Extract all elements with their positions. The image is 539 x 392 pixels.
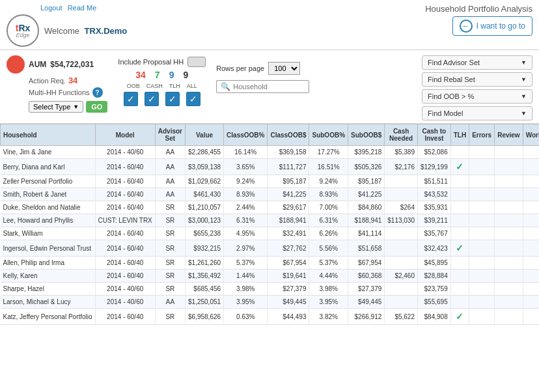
find-advisor-dropdown[interactable]: Find Advisor Set ▼ — [422, 55, 532, 70]
back-circle-icon: ← — [460, 20, 473, 33]
rows-per-page-select[interactable]: 100 50 25 — [268, 62, 300, 75]
col-model: Model — [95, 124, 155, 146]
table-cell — [469, 257, 495, 270]
table-cell — [469, 175, 495, 188]
table-cell — [469, 309, 495, 325]
select-type-dropdown[interactable]: Select Type ▼ — [29, 101, 83, 113]
table-cell: 5.56% — [309, 240, 348, 257]
table-cell — [495, 159, 523, 175]
table-cell: $27,379 — [348, 283, 385, 296]
table-cell: 2014 - 40/60 — [95, 283, 155, 296]
controls-bar: AUM $54,722,031 Action Req. 34 Multi-HH … — [0, 50, 539, 124]
table-row[interactable]: Ingersol, Edwin Personal Trust2014 - 60/… — [1, 240, 540, 257]
table-cell: 16.14% — [224, 146, 268, 159]
table-row[interactable]: Zeller Personal Portfolio2014 - 60/40AA$… — [1, 175, 540, 188]
table-cell — [495, 257, 523, 270]
checkboxes-row: ✓ ✓ ✓ ✓ — [124, 92, 200, 106]
help-icon[interactable]: ? — [92, 87, 103, 98]
table-row[interactable]: Sharpe, Hazel2014 - 40/60SR$685,4563.98%… — [1, 283, 540, 296]
go-button[interactable]: GO — [86, 101, 107, 113]
read-me-link[interactable]: Read Me — [68, 4, 97, 12]
table-row[interactable]: Larson, Michael & Lucy2014 - 40/60AA$1,2… — [1, 296, 540, 309]
table-cell: $60,368 — [348, 270, 385, 283]
table-cell: 8.93% — [224, 188, 268, 201]
table-cell: 2.44% — [224, 201, 268, 214]
table-cell: 3.95% — [224, 296, 268, 309]
table-cell: AA — [155, 296, 185, 309]
table-cell: SR — [155, 240, 185, 257]
table-cell: $55,695 — [417, 296, 450, 309]
table-cell: $45,895 — [417, 257, 450, 270]
table-cell: 2014 - 60/40 — [95, 188, 155, 201]
chevron-down-icon: ▼ — [521, 59, 527, 66]
table-row[interactable]: Berry, Diana and Karl2014 - 60/40AA$3,05… — [1, 159, 540, 175]
table-cell: 2014 - 60/40 — [95, 257, 155, 270]
table-cell: $6,958,626 — [186, 309, 224, 325]
household-search-input[interactable] — [233, 83, 305, 91]
col-tlh: TLH — [450, 124, 469, 146]
table-cell — [450, 257, 469, 270]
logout-link[interactable]: Logout — [40, 4, 62, 12]
table-cell: $655,238 — [186, 227, 224, 240]
oob-checkbox[interactable]: ✓ — [124, 92, 138, 106]
main-table: Household Model AdvisorSet Value ClassOO… — [0, 124, 539, 325]
table-cell — [385, 188, 418, 201]
table-cell — [495, 296, 523, 309]
table-cell: 8.93% — [309, 188, 348, 201]
table-cell — [450, 201, 469, 214]
table-cell — [495, 283, 523, 296]
table-cell: ✓ — [450, 159, 469, 175]
col-advisor-set: AdvisorSet — [155, 124, 185, 146]
table-cell — [469, 159, 495, 175]
table-cell: $95,187 — [268, 175, 309, 188]
tlh-checkbox[interactable]: ✓ — [165, 92, 180, 106]
col-cash-invest: Cash toInvest — [417, 124, 450, 146]
table-cell: 3.65% — [224, 159, 268, 175]
find-model-dropdown[interactable]: Find Model ▼ — [422, 106, 532, 120]
table-row[interactable]: Duke, Sheldon and Natalie2014 - 60/40SR$… — [1, 201, 540, 214]
table-cell: CUST: LEVIN TRX — [95, 214, 155, 227]
table-cell: Duke, Sheldon and Natalie — [1, 201, 96, 214]
table-cell: Berry, Diana and Karl — [1, 159, 96, 175]
col-value: Value — [186, 124, 224, 146]
chevron-down-icon: ▼ — [521, 76, 527, 83]
table-row[interactable]: Lee, Howard and PhyllisCUST: LEVIN TRXSR… — [1, 214, 540, 227]
table-row[interactable]: Smith, Robert & Janet2014 - 60/40AA$461,… — [1, 188, 540, 201]
table-cell — [469, 214, 495, 227]
table-row[interactable]: Kelly, Karen2014 - 60/40SR$1,356,4921.44… — [1, 270, 540, 283]
table-cell: $32,491 — [268, 227, 309, 240]
col-class-oob-d: ClassOOB$ — [268, 124, 309, 146]
table-cell — [469, 296, 495, 309]
all-checkbox[interactable]: ✓ — [186, 92, 200, 106]
aum-circle — [7, 55, 25, 74]
table-cell: SR — [155, 257, 185, 270]
table-cell: $111,727 — [268, 159, 309, 175]
table-cell — [385, 227, 418, 240]
table-cell: 9.24% — [224, 175, 268, 188]
table-cell: 2014 - 60/40 — [95, 201, 155, 214]
table-cell: SR — [155, 270, 185, 283]
header: Logout Read Me tRx Edge Welcome TRX.Demo… — [0, 0, 539, 50]
table-cell — [523, 201, 539, 214]
table-row[interactable]: Stark, William2014 - 60/40SR$655,2384.95… — [1, 227, 540, 240]
table-row[interactable]: Allen, Philip and Irma2014 - 60/40SR$1,2… — [1, 257, 540, 270]
find-rebal-dropdown[interactable]: Find Rebal Set ▼ — [422, 72, 532, 87]
table-header-row: Household Model AdvisorSet Value ClassOO… — [1, 124, 540, 146]
table-cell — [495, 309, 523, 325]
find-oob-dropdown[interactable]: Find OOB > % ▼ — [422, 89, 532, 104]
proposal-toggle[interactable] — [187, 57, 206, 67]
table-cell: $52,086 — [417, 146, 450, 159]
table-row[interactable]: Vine, Jim & Jane2014 - 40/60AA$2,286,455… — [1, 146, 540, 159]
table-cell: $28,884 — [417, 270, 450, 283]
table-cell — [523, 227, 539, 240]
household-search-box[interactable]: 🔍 — [216, 80, 309, 93]
i-want-button[interactable]: ← I want to go to — [452, 16, 532, 36]
table-cell: Zeller Personal Portfolio — [1, 175, 96, 188]
table-cell: $2,286,455 — [186, 146, 224, 159]
table-cell: 6.31% — [224, 214, 268, 227]
cash-checkbox[interactable]: ✓ — [145, 92, 159, 106]
table-row[interactable]: Katz, Jeffery Personal Portfolio2014 - 6… — [1, 309, 540, 325]
table-cell: $19,641 — [268, 270, 309, 283]
table-cell — [523, 175, 539, 188]
table-cell — [523, 240, 539, 257]
